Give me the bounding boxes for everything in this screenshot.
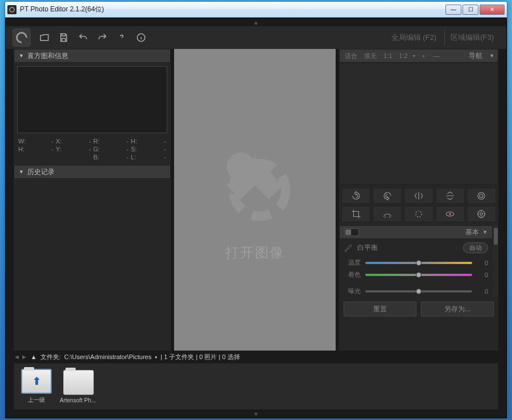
- info-grid: W:- X:- R:- H:- H:- Y:- G:- S:- B:- L:-: [14, 137, 171, 165]
- svg-point-4: [480, 194, 483, 197]
- zoom-bar: 适合 填充 1:1 1:2 ▾ ＋ — 导航 ▼: [339, 49, 498, 63]
- save-icon[interactable]: [58, 32, 69, 43]
- zoom-out[interactable]: —: [432, 52, 441, 59]
- zoom-1-2[interactable]: 1:2: [397, 52, 409, 59]
- tint-slider[interactable]: [365, 274, 472, 276]
- titlebar: PT Photo Editor 2.1.2(64位) — ☐ ✕: [5, 2, 507, 18]
- undo-icon[interactable]: [77, 32, 89, 43]
- tab-region-edit[interactable]: 区域编辑(F3): [444, 30, 499, 45]
- saveas-button[interactable]: 另存为...: [421, 302, 494, 316]
- svg-point-5: [416, 211, 422, 217]
- transform-tools: [339, 184, 498, 225]
- rotate-left-button[interactable]: [341, 188, 370, 204]
- zoom-1-1[interactable]: 1:1: [382, 52, 394, 59]
- nav-up-icon[interactable]: ▲: [31, 353, 37, 360]
- auto-button[interactable]: 自动: [463, 242, 488, 253]
- exposure-slider-row: 曝光 0: [339, 285, 493, 297]
- arrow-up-icon: ⬆: [22, 370, 51, 393]
- spot-button[interactable]: [404, 206, 433, 222]
- folder-path[interactable]: C:\Users\Administrator\Pictures: [64, 353, 151, 360]
- history-list: [14, 179, 171, 351]
- histogram-box: [17, 66, 167, 133]
- chevron-down-icon: ▼: [19, 169, 24, 175]
- chevron-down-icon: ▼: [482, 229, 488, 235]
- open-image-label: 打开图像: [225, 244, 284, 262]
- right-panel: 适合 填充 1:1 1:2 ▾ ＋ — 导航 ▼: [339, 49, 498, 351]
- zoom-fill[interactable]: 填充: [362, 52, 378, 60]
- placeholder-logo-icon: [204, 138, 306, 232]
- help-icon[interactable]: [116, 32, 127, 43]
- exposure-slider[interactable]: [365, 290, 472, 293]
- tint-slider-row: 着色 0: [339, 269, 493, 281]
- navigator-box[interactable]: [339, 63, 498, 184]
- info-icon[interactable]: [135, 32, 147, 43]
- history-header[interactable]: ▼历史记录: [14, 165, 171, 179]
- zoom-dropdown-icon[interactable]: ▾: [413, 53, 415, 59]
- svg-point-3: [478, 192, 485, 199]
- close-button[interactable]: ✕: [480, 5, 505, 15]
- basic-toggle[interactable]: [344, 228, 359, 236]
- scrollbar[interactable]: [493, 225, 498, 297]
- nav-back-icon[interactable]: ◄: [14, 353, 20, 360]
- chevron-down-icon: ▼: [19, 53, 24, 59]
- redeye-button[interactable]: [436, 206, 465, 222]
- wb-label: 白平衡: [357, 243, 378, 253]
- open-icon[interactable]: [39, 32, 50, 43]
- reset-button[interactable]: 重置: [344, 302, 416, 316]
- eyedropper-icon[interactable]: [344, 244, 353, 253]
- canvas-area[interactable]: 打开图像: [174, 49, 336, 351]
- bottom-collapse-arrow[interactable]: ▼: [6, 410, 506, 418]
- svg-point-7: [449, 213, 452, 216]
- left-panel: ▼直方图和信息 W:- X:- R:- H:- H:- Y:- G:- S:- …: [14, 49, 171, 351]
- flip-vertical-button[interactable]: [436, 188, 465, 204]
- maximize-button[interactable]: ☐: [463, 5, 478, 15]
- folder-counts: | 1 子文件夹 | 0 照片 | 0 选择: [160, 353, 240, 361]
- logo-icon: [13, 28, 31, 47]
- temp-slider[interactable]: [365, 262, 472, 264]
- spiral-button[interactable]: [467, 188, 496, 204]
- folder-label: 文件夹:: [40, 353, 61, 361]
- zoom-fit[interactable]: 适合: [343, 52, 359, 60]
- app-icon: [7, 5, 16, 14]
- target-button[interactable]: [467, 206, 496, 222]
- nav-fwd-icon[interactable]: ►: [21, 353, 27, 360]
- straighten-button[interactable]: [373, 206, 402, 222]
- crop-button[interactable]: [341, 206, 370, 222]
- folder-item[interactable]: Artensoft Pho...: [60, 370, 97, 403]
- toolbar: 全局编辑 (F2) 区域编辑(F3): [6, 26, 506, 49]
- rotate-right-button[interactable]: [373, 188, 402, 204]
- top-collapse-arrow[interactable]: ▲: [6, 18, 506, 26]
- tab-global-edit[interactable]: 全局编辑 (F2): [386, 30, 442, 45]
- window-title: PT Photo Editor 2.1.2(64位): [20, 5, 445, 14]
- path-dropdown-icon[interactable]: ♦: [155, 355, 157, 360]
- redo-icon[interactable]: [97, 32, 108, 43]
- flip-horizontal-button[interactable]: [404, 188, 433, 204]
- chevron-down-icon[interactable]: ▼: [489, 53, 494, 59]
- minimize-button[interactable]: —: [445, 5, 461, 15]
- svg-point-9: [480, 213, 483, 216]
- basic-panel-header[interactable]: 基本 ▼: [339, 225, 493, 239]
- filmstrip: ⬆ 上一级 Artensoft Pho...: [14, 363, 498, 410]
- folder-up-item[interactable]: ⬆ 上一级: [18, 369, 55, 404]
- zoom-in[interactable]: ＋: [419, 52, 428, 60]
- nav-title: 导航: [469, 51, 482, 61]
- status-bar: ◄► ▲ 文件夹: C:\Users\Administrator\Picture…: [6, 351, 506, 363]
- histogram-header[interactable]: ▼直方图和信息: [14, 49, 171, 63]
- temp-slider-row: 温度 0: [339, 257, 493, 269]
- svg-point-8: [478, 211, 485, 217]
